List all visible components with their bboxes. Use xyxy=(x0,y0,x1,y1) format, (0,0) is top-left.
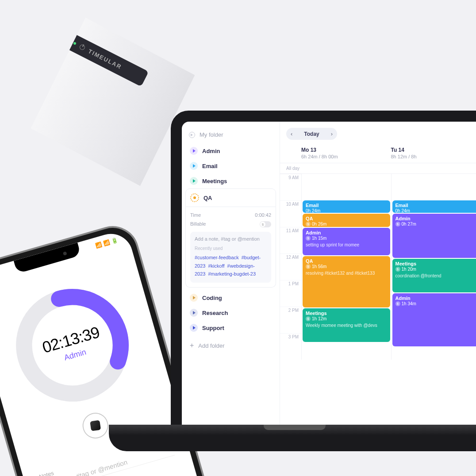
play-icon xyxy=(190,294,198,302)
stop-icon xyxy=(90,420,101,431)
calendar-column-mon[interactable]: Email0h 24mQA$0h 26mAdmin$1h 15msetting … xyxy=(301,174,391,360)
hour-label: 11 AM xyxy=(280,227,301,253)
calendar-event[interactable]: Email0h 24m xyxy=(303,200,390,213)
sidebar-item-label: Research xyxy=(202,310,228,316)
calendar-event[interactable]: Admin$1h 34m xyxy=(392,293,476,346)
event-title: Email xyxy=(395,203,476,208)
event-duration: $1h 15m xyxy=(306,236,387,241)
next-button[interactable]: › xyxy=(326,128,337,140)
date-nav: ‹ Today › xyxy=(286,128,337,140)
event-title: Admin xyxy=(306,230,387,235)
calendar-event[interactable]: QA$1h 56mresolving #ticket132 and #ticke… xyxy=(303,256,390,307)
calendar-event[interactable]: Meetings$1h 20mcoordination @frontend xyxy=(392,259,476,292)
sidebar-item-label: QA xyxy=(203,195,212,201)
folder-header[interactable]: My folder xyxy=(185,129,276,141)
timer-ring: 02:13:39 Admin xyxy=(1,274,144,417)
event-title: Meetings xyxy=(306,311,387,316)
calendar-event[interactable]: Admin$1h 15msetting up sprint for momee xyxy=(303,228,390,255)
tracker-bar: TIMEULAR xyxy=(46,23,149,87)
sidebar-item-label: Admin xyxy=(202,148,220,154)
sidebar-item-label: Email xyxy=(202,163,218,169)
hour-label: 9 AM xyxy=(280,174,301,200)
calendar-event[interactable]: Email0h 24m xyxy=(392,200,476,213)
billable-icon: $ xyxy=(306,222,311,226)
hour-label: 12 AM xyxy=(280,253,301,280)
event-duration: $1h 34m xyxy=(395,301,476,306)
billable-icon: $ xyxy=(306,316,311,321)
laptop-base xyxy=(109,425,476,451)
today-button[interactable]: Today xyxy=(297,128,326,140)
play-icon xyxy=(190,309,198,317)
calendar: ‹ Today › Mo 136h 24m / 8h 00mTu 148h 12… xyxy=(280,122,476,425)
sidebar-item-research[interactable]: Research xyxy=(185,305,276,320)
event-desc: setting up sprint for momee xyxy=(306,242,387,248)
folder-label: My folder xyxy=(200,131,223,138)
event-duration: $1h 12m xyxy=(306,316,387,321)
play-icon xyxy=(190,162,198,170)
billable-icon: $ xyxy=(395,301,400,306)
event-duration: $1h 56m xyxy=(306,264,387,269)
event-duration: $1h 20m xyxy=(395,267,476,272)
event-duration: $0h 26m xyxy=(306,222,387,226)
recording-icon xyxy=(190,193,199,202)
sidebar-item-qa[interactable]: QA xyxy=(185,188,276,207)
sidebar-item-label: Meetings xyxy=(202,178,227,184)
play-icon xyxy=(190,177,198,185)
stop-button[interactable] xyxy=(80,410,111,441)
event-desc: coordination @frontend xyxy=(395,273,476,279)
recent-tags: #customer-feedback#budget-2023#kickoff#w… xyxy=(195,253,267,278)
led-icon xyxy=(73,42,77,45)
event-duration: 0h 24m xyxy=(395,208,476,213)
hour-label: 3 PM xyxy=(280,333,301,360)
play-icon xyxy=(190,147,198,155)
hour-label: 1 PM xyxy=(280,280,301,307)
hour-label: 2 PM xyxy=(280,307,301,333)
event-duration: 0h 24m xyxy=(306,208,387,213)
sidebar-item-email[interactable]: Email xyxy=(185,158,276,173)
add-folder-button[interactable]: + Add folder xyxy=(185,337,276,354)
calendar-column-tue[interactable]: Email0h 24mAdmin$0h 27mMeetings$1h 20mco… xyxy=(391,174,476,360)
plus-icon: + xyxy=(190,342,194,349)
calendar-event[interactable]: Meetings$1h 12mWeekly momee meeting with… xyxy=(303,308,390,342)
billable-icon: $ xyxy=(306,236,311,241)
event-title: Email xyxy=(306,203,387,208)
time-label: Time xyxy=(190,212,201,218)
calendar-event[interactable]: Admin$0h 27m xyxy=(392,214,476,258)
recent-label: Recently used xyxy=(195,246,267,251)
calendar-event[interactable]: QA$0h 26m xyxy=(303,214,390,227)
billable-label: Billable xyxy=(190,221,206,227)
tag[interactable]: #marketing-bugdet-23 xyxy=(208,271,256,276)
event-duration: $0h 27m xyxy=(395,222,476,226)
power-icon xyxy=(79,44,86,51)
play-icon xyxy=(190,324,198,332)
laptop-mockup: My folder AdminEmailMeetings QA Time 0:0… xyxy=(171,111,476,451)
event-title: QA xyxy=(306,258,387,264)
sidebar-item-support[interactable]: Support xyxy=(185,320,276,335)
note-input[interactable]: Add a note, #tag or @mention xyxy=(195,236,267,242)
day-header: Tu 148h 12m / 8h xyxy=(391,147,476,163)
tag[interactable]: #kickoff xyxy=(208,263,224,269)
sidebar-item-coding[interactable]: Coding xyxy=(185,290,276,305)
event-desc: Weekly momee meeting with @devs xyxy=(306,322,387,328)
add-folder-label: Add folder xyxy=(198,342,224,349)
event-title: QA xyxy=(306,216,387,221)
prev-button[interactable]: ‹ xyxy=(286,128,297,140)
sidebar-item-label: Support xyxy=(202,325,224,331)
active-panel: Time 0:00:42 Billable Add a note, #tag o… xyxy=(185,207,276,288)
sidebar: My folder AdminEmailMeetings QA Time 0:0… xyxy=(182,122,280,425)
day-summary: 8h 12m / 8h xyxy=(391,154,476,159)
day-name: Mo 13 xyxy=(301,147,391,153)
brand-label: TIMEULAR xyxy=(87,47,123,70)
hour-label: 10 AM xyxy=(280,200,301,227)
sidebar-item-meetings[interactable]: Meetings xyxy=(185,173,276,188)
folder-icon xyxy=(189,132,195,138)
event-desc: resolving #ticket132 and #ticket133 xyxy=(306,270,387,276)
billable-toggle[interactable] xyxy=(260,221,271,227)
billable-icon: $ xyxy=(306,264,311,269)
time-value: 0:00:42 xyxy=(255,212,271,218)
sidebar-item-admin[interactable]: Admin xyxy=(185,143,276,158)
tag[interactable]: #customer-feedback xyxy=(195,255,239,260)
event-title: Meetings xyxy=(395,261,476,266)
day-summary: 6h 24m / 8h 00m xyxy=(301,154,391,159)
billable-icon: $ xyxy=(395,267,400,272)
